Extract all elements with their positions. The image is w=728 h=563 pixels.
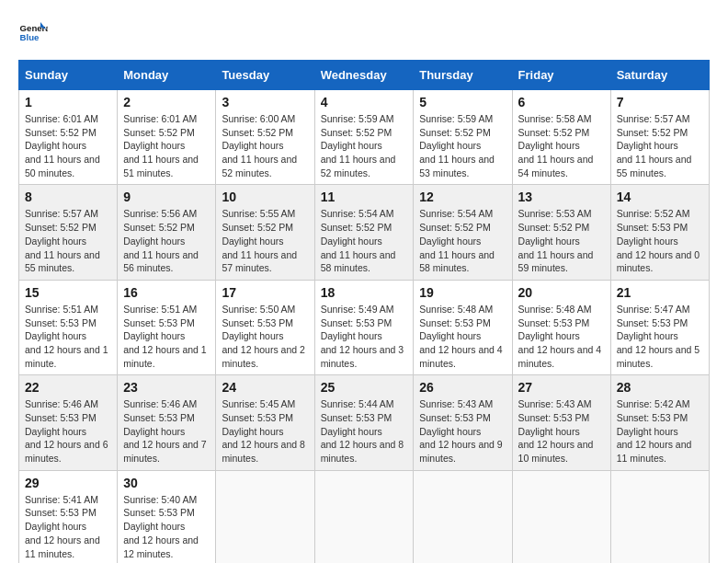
day-info: Sunrise: 5:58 AM Sunset: 5:52 PM Dayligh… (518, 112, 605, 179)
weekday-header-monday: Monday (118, 61, 216, 90)
day-number: 24 (222, 380, 308, 395)
day-info: Sunrise: 6:01 AM Sunset: 5:52 PM Dayligh… (25, 112, 111, 179)
day-number: 13 (518, 190, 605, 204)
day-info: Sunrise: 5:53 AM Sunset: 5:52 PM Dayligh… (518, 207, 605, 274)
day-info: Sunrise: 5:44 AM Sunset: 5:53 PM Dayligh… (321, 397, 408, 465)
weekday-header-friday: Friday (512, 61, 610, 90)
calendar-cell: 16 Sunrise: 5:51 AM Sunset: 5:53 PM Dayl… (118, 280, 216, 374)
day-number: 10 (222, 190, 308, 204)
calendar-cell: 19 Sunrise: 5:48 AM Sunset: 5:53 PM Dayl… (414, 280, 512, 374)
calendar-cell (512, 470, 610, 563)
calendar-cell: 25 Sunrise: 5:44 AM Sunset: 5:53 PM Dayl… (314, 375, 414, 470)
calendar-cell: 18 Sunrise: 5:49 AM Sunset: 5:53 PM Dayl… (314, 280, 414, 374)
calendar-cell (414, 470, 512, 563)
day-info: Sunrise: 5:59 AM Sunset: 5:52 PM Dayligh… (419, 112, 506, 179)
calendar-cell: 17 Sunrise: 5:50 AM Sunset: 5:53 PM Dayl… (216, 280, 314, 374)
day-number: 17 (222, 285, 308, 300)
day-number: 26 (419, 380, 506, 395)
day-number: 14 (617, 190, 703, 204)
calendar-cell: 24 Sunrise: 5:45 AM Sunset: 5:53 PM Dayl… (216, 375, 314, 470)
calendar-cell: 28 Sunrise: 5:42 AM Sunset: 5:53 PM Dayl… (610, 375, 709, 470)
day-info: Sunrise: 5:51 AM Sunset: 5:53 PM Dayligh… (25, 303, 111, 370)
calendar-cell: 1 Sunrise: 6:01 AM Sunset: 5:52 PM Dayli… (19, 90, 118, 185)
weekday-header-thursday: Thursday (414, 61, 512, 90)
day-number: 23 (123, 380, 210, 395)
day-info: Sunrise: 5:57 AM Sunset: 5:52 PM Dayligh… (617, 112, 703, 179)
calendar-cell: 26 Sunrise: 5:43 AM Sunset: 5:53 PM Dayl… (414, 375, 512, 470)
day-number: 4 (321, 95, 408, 109)
calendar-cell (216, 470, 314, 563)
calendar-cell: 30 Sunrise: 5:40 AM Sunset: 5:53 PM Dayl… (118, 470, 216, 563)
weekday-header-sunday: Sunday (19, 61, 118, 90)
calendar-cell: 8 Sunrise: 5:57 AM Sunset: 5:52 PM Dayli… (19, 185, 118, 280)
day-number: 18 (321, 285, 408, 300)
calendar-cell: 12 Sunrise: 5:54 AM Sunset: 5:52 PM Dayl… (414, 185, 512, 280)
calendar-cell: 5 Sunrise: 5:59 AM Sunset: 5:52 PM Dayli… (414, 90, 512, 185)
day-info: Sunrise: 5:51 AM Sunset: 5:53 PM Dayligh… (123, 303, 210, 370)
day-info: Sunrise: 5:48 AM Sunset: 5:53 PM Dayligh… (419, 303, 506, 370)
day-info: Sunrise: 5:54 AM Sunset: 5:52 PM Dayligh… (321, 207, 408, 274)
day-info: Sunrise: 5:45 AM Sunset: 5:53 PM Dayligh… (222, 397, 308, 465)
logo: General Blue (18, 18, 51, 48)
day-info: Sunrise: 5:54 AM Sunset: 5:52 PM Dayligh… (419, 207, 506, 274)
day-number: 27 (518, 380, 605, 395)
day-info: Sunrise: 5:52 AM Sunset: 5:53 PM Dayligh… (617, 207, 703, 274)
weekday-header-row: SundayMondayTuesdayWednesdayThursdayFrid… (19, 61, 710, 90)
day-number: 29 (25, 476, 111, 490)
day-number: 8 (25, 190, 111, 204)
calendar-cell: 13 Sunrise: 5:53 AM Sunset: 5:52 PM Dayl… (512, 185, 610, 280)
calendar-table: SundayMondayTuesdayWednesdayThursdayFrid… (18, 60, 710, 563)
day-number: 2 (123, 95, 210, 109)
day-info: Sunrise: 5:47 AM Sunset: 5:53 PM Dayligh… (617, 303, 703, 370)
calendar-cell: 9 Sunrise: 5:56 AM Sunset: 5:52 PM Dayli… (118, 185, 216, 280)
calendar-row: 29 Sunrise: 5:41 AM Sunset: 5:53 PM Dayl… (19, 470, 710, 563)
day-info: Sunrise: 5:41 AM Sunset: 5:53 PM Dayligh… (25, 493, 111, 560)
calendar-cell: 4 Sunrise: 5:59 AM Sunset: 5:52 PM Dayli… (314, 90, 414, 185)
calendar-cell: 21 Sunrise: 5:47 AM Sunset: 5:53 PM Dayl… (610, 280, 709, 374)
calendar-row: 15 Sunrise: 5:51 AM Sunset: 5:53 PM Dayl… (19, 280, 710, 374)
day-number: 22 (25, 380, 111, 395)
day-info: Sunrise: 5:46 AM Sunset: 5:53 PM Dayligh… (25, 397, 111, 465)
logo-icon: General Blue (18, 18, 48, 48)
calendar-cell: 23 Sunrise: 5:46 AM Sunset: 5:53 PM Dayl… (118, 375, 216, 470)
calendar-cell: 7 Sunrise: 5:57 AM Sunset: 5:52 PM Dayli… (610, 90, 709, 185)
day-info: Sunrise: 5:59 AM Sunset: 5:52 PM Dayligh… (321, 112, 408, 179)
day-number: 16 (123, 285, 210, 300)
day-info: Sunrise: 5:43 AM Sunset: 5:53 PM Dayligh… (419, 397, 506, 465)
svg-text:Blue: Blue (20, 32, 40, 42)
day-info: Sunrise: 5:49 AM Sunset: 5:53 PM Dayligh… (321, 303, 408, 370)
calendar-cell (610, 470, 709, 563)
calendar-row: 8 Sunrise: 5:57 AM Sunset: 5:52 PM Dayli… (19, 185, 710, 280)
day-info: Sunrise: 5:40 AM Sunset: 5:53 PM Dayligh… (123, 493, 210, 560)
weekday-header-tuesday: Tuesday (216, 61, 314, 90)
day-number: 3 (222, 95, 308, 109)
day-info: Sunrise: 5:57 AM Sunset: 5:52 PM Dayligh… (25, 207, 111, 274)
day-number: 6 (518, 95, 605, 109)
day-info: Sunrise: 5:56 AM Sunset: 5:52 PM Dayligh… (123, 207, 210, 274)
calendar-cell: 15 Sunrise: 5:51 AM Sunset: 5:53 PM Dayl… (19, 280, 118, 374)
day-info: Sunrise: 5:46 AM Sunset: 5:53 PM Dayligh… (123, 397, 210, 465)
weekday-header-wednesday: Wednesday (314, 61, 414, 90)
day-number: 25 (321, 380, 408, 395)
day-number: 7 (617, 95, 703, 109)
day-info: Sunrise: 5:48 AM Sunset: 5:53 PM Dayligh… (518, 303, 605, 370)
calendar-body: 1 Sunrise: 6:01 AM Sunset: 5:52 PM Dayli… (19, 90, 710, 564)
calendar-cell: 20 Sunrise: 5:48 AM Sunset: 5:53 PM Dayl… (512, 280, 610, 374)
day-number: 19 (419, 285, 506, 300)
day-info: Sunrise: 5:43 AM Sunset: 5:53 PM Dayligh… (518, 397, 605, 465)
calendar-cell: 27 Sunrise: 5:43 AM Sunset: 5:53 PM Dayl… (512, 375, 610, 470)
day-number: 1 (25, 95, 111, 109)
day-info: Sunrise: 5:42 AM Sunset: 5:53 PM Dayligh… (617, 397, 703, 465)
day-number: 20 (518, 285, 605, 300)
day-number: 12 (419, 190, 506, 204)
day-number: 9 (123, 190, 210, 204)
calendar-cell: 14 Sunrise: 5:52 AM Sunset: 5:53 PM Dayl… (610, 185, 709, 280)
calendar-cell: 3 Sunrise: 6:00 AM Sunset: 5:52 PM Dayli… (216, 90, 314, 185)
calendar-cell (314, 470, 414, 563)
day-number: 28 (617, 380, 703, 395)
calendar-cell: 29 Sunrise: 5:41 AM Sunset: 5:53 PM Dayl… (19, 470, 118, 563)
calendar-row: 22 Sunrise: 5:46 AM Sunset: 5:53 PM Dayl… (19, 375, 710, 470)
calendar-cell: 22 Sunrise: 5:46 AM Sunset: 5:53 PM Dayl… (19, 375, 118, 470)
calendar-row: 1 Sunrise: 6:01 AM Sunset: 5:52 PM Dayli… (19, 90, 710, 185)
calendar-cell: 11 Sunrise: 5:54 AM Sunset: 5:52 PM Dayl… (314, 185, 414, 280)
